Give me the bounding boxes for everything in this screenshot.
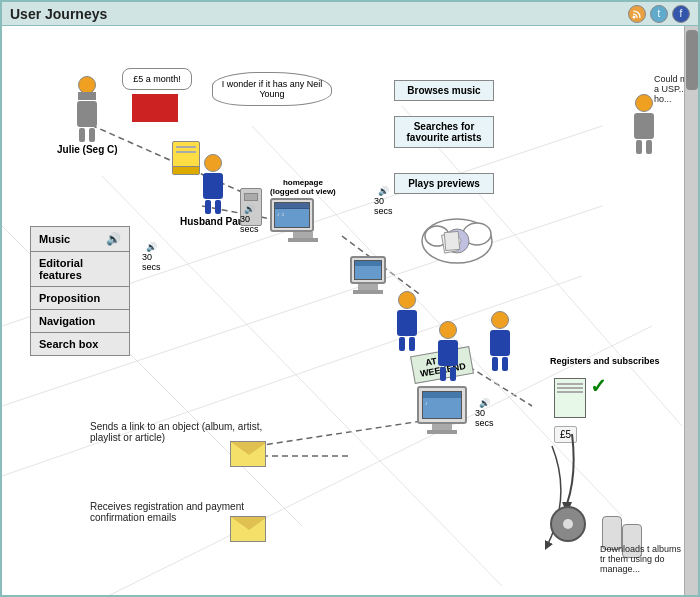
person-husband-paul: Husband Paul [180, 154, 247, 227]
person-weekend1 [438, 321, 458, 381]
registration-doc [554, 378, 586, 418]
action-browses-music[interactable]: Browses music [394, 80, 494, 101]
download-disc [550, 506, 586, 542]
person-weekend2 [490, 311, 510, 371]
husband-paul-legs [205, 200, 221, 214]
person-mid-body [397, 310, 417, 336]
category-navigation[interactable]: Navigation [31, 310, 129, 333]
husband-paul-head [204, 154, 222, 172]
person-julie: Julie (Seg C) [57, 76, 118, 155]
app-container: User Journeys t f [0, 0, 700, 597]
action-plays-previews[interactable]: Plays previews [394, 173, 494, 194]
top-right-legs [636, 140, 652, 154]
sound-indicator-1: 🔊 30secs [142, 242, 161, 272]
monitor-screen-mid [354, 260, 382, 280]
top-right-body [634, 113, 654, 139]
title-bar-icons: t f [628, 5, 690, 23]
monitor-main: ♪ ♫ [270, 198, 314, 232]
category-proposition[interactable]: Proposition [31, 287, 129, 310]
envelope-sends [230, 441, 266, 467]
monitor-weekend: ♪ [417, 386, 467, 424]
monitor-base-weekend [427, 430, 457, 434]
sound-duration-3: 30secs [374, 196, 393, 216]
weekend1-head [439, 321, 457, 339]
speaker-icon: 🔊 [106, 232, 121, 246]
sound-indicator-4: 🔊 30secs [475, 398, 494, 428]
credit-card-icon [132, 94, 178, 122]
weekend1-body [438, 340, 458, 366]
category-panel: Music 🔊 Editorial features Proposition N… [30, 226, 130, 356]
weekend2-body [490, 330, 510, 356]
homepage-label: homepage(logged out view) [270, 178, 336, 196]
monitor-screen-weekend: ♪ [422, 391, 462, 419]
neil-young-bubble-text: I wonder if it has any Neil Young [222, 79, 323, 99]
person-julie-arm [78, 92, 96, 100]
category-searchbox[interactable]: Search box [31, 333, 129, 355]
top-right-head [635, 94, 653, 112]
svg-point-0 [633, 15, 636, 18]
envelope-receives [230, 516, 266, 542]
monitor-base-mid [353, 290, 383, 294]
arrow-down-svg [557, 434, 587, 514]
monitor-base-main [288, 238, 318, 242]
sound-indicator-3: 🔊 30secs [374, 186, 393, 216]
svg-rect-22 [444, 231, 460, 250]
person-mid-legs [399, 337, 415, 351]
computer-main: homepage(logged out view) ♪ ♫ [270, 178, 336, 242]
rss-icon[interactable] [628, 5, 646, 23]
husband-paul-label: Husband Paul [180, 216, 247, 227]
weekend2-head [491, 311, 509, 329]
monitor-mid [350, 256, 386, 284]
scrollbar-thumb[interactable] [686, 30, 698, 90]
person-mid-head [398, 291, 416, 309]
husband-paul-body [203, 173, 223, 199]
page-title: User Journeys [10, 6, 107, 22]
sends-link-label: Sends a link to an object (album, artist… [90, 421, 265, 443]
action-searches-artists[interactable]: Searches for favourite artists [394, 116, 494, 148]
sound-duration-2: 30secs [240, 214, 259, 234]
computer-weekend: ♪ [417, 386, 467, 434]
person-julie-body [77, 101, 97, 127]
music-thought-cloud [417, 206, 497, 266]
checkmark-icon: ✓ [590, 374, 607, 398]
neil-young-thought-bubble: I wonder if it has any Neil Young [212, 72, 332, 106]
weekend1-legs [440, 367, 456, 381]
title-bar: User Journeys t f [2, 2, 698, 26]
sound-indicator-2: 🔊 30secs [240, 204, 259, 234]
person-mid [397, 291, 417, 351]
monitor-screen-main: ♪ ♫ [274, 202, 310, 228]
scrollbar[interactable] [684, 26, 698, 597]
category-music[interactable]: Music 🔊 [31, 227, 129, 252]
person-julie-label: Julie (Seg C) [57, 144, 118, 155]
registers-label: Registers and subscribes [550, 356, 660, 366]
person-top-right [634, 94, 654, 154]
price-bubble-text: £5 a month! [133, 74, 181, 84]
svg-line-6 [257, 421, 422, 446]
weekend2-legs [492, 357, 508, 371]
person-julie-legs [79, 128, 95, 142]
twitter-icon[interactable]: t [650, 5, 668, 23]
price-thought-bubble: £5 a month! [122, 68, 192, 90]
computer-mid [350, 256, 386, 294]
sound-duration-4: 30secs [475, 408, 494, 428]
sound-duration-1: 30secs [142, 252, 161, 272]
facebook-icon[interactable]: f [672, 5, 690, 23]
main-area: Music 🔊 Editorial features Proposition N… [2, 26, 700, 597]
category-editorial[interactable]: Editorial features [31, 252, 129, 287]
